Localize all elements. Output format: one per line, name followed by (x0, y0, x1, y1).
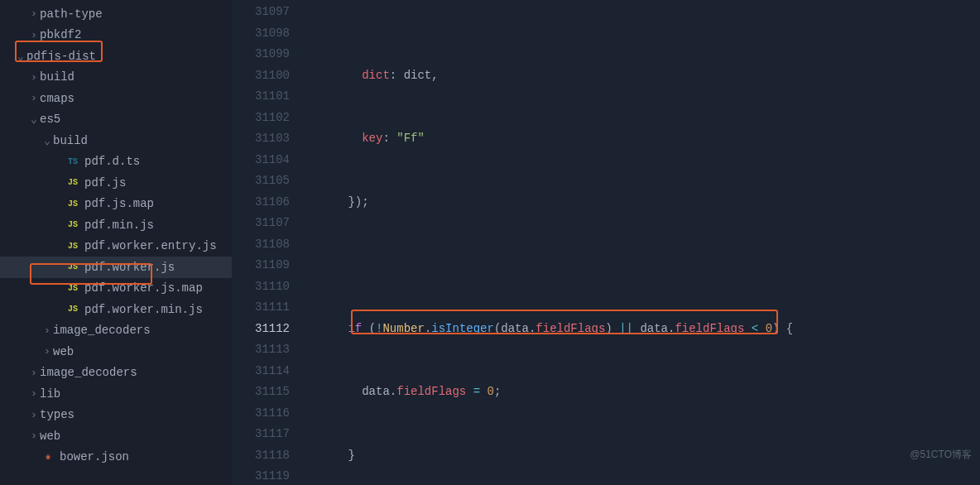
tree-item-path-type[interactable]: ›path-type (0, 3, 232, 25)
line-number: 31106 (232, 192, 290, 214)
line-number: 31110 (232, 276, 290, 298)
tree-item-es5[interactable]: ⌄es5 (0, 109, 232, 131)
tree-item-label: image_decoders (40, 366, 137, 379)
tree-item-label: pdf.js.map (84, 197, 154, 210)
tree-item-label: pdfjs-dist (26, 50, 96, 63)
line-number: 31119 (232, 466, 290, 485)
line-number: 31101 (232, 86, 290, 108)
tree-item-bower-json[interactable]: ❀bower.json (0, 447, 232, 468)
tree-item-pdf-worker-entry-js[interactable]: JSpdf.worker.entry.js (0, 236, 232, 257)
tree-item-label: pdf.worker.min.js (84, 303, 203, 316)
line-number: 31118 (232, 445, 290, 467)
tree-item-pdf-worker-js-map[interactable]: JSpdf.worker.js.map (0, 278, 232, 300)
bower-file-icon: ❀ (40, 452, 56, 462)
tree-item-label: lib (40, 387, 60, 401)
tree-item-image_decoders[interactable]: ›image_decoders (0, 363, 232, 384)
line-number: 31103 (232, 128, 290, 150)
chevron-right-icon: › (28, 7, 40, 20)
tree-item-pbkdf2[interactable]: ›pbkdf2 (0, 25, 232, 46)
chevron-right-icon: › (28, 409, 40, 421)
chevron-right-icon: › (28, 387, 40, 400)
tree-item-pdf-js[interactable]: JSpdf.js (0, 172, 232, 194)
line-number: 31102 (232, 108, 290, 129)
js-file-icon: JS (65, 199, 81, 209)
tree-item-build[interactable]: ›build (0, 67, 232, 89)
code-area[interactable]: dict: dict, key: "Ff" }); if (!Number.is… (306, 0, 980, 485)
code-editor[interactable]: 3109731098310993110031101311023110331104… (232, 0, 980, 485)
tree-item-label: pdf.worker.js (84, 261, 175, 274)
file-explorer[interactable]: ›path-type›pbkdf2⌄pdfjs-dist›build›cmaps… (0, 0, 232, 485)
line-number: 31114 (232, 361, 290, 382)
chevron-right-icon: › (41, 324, 53, 337)
tree-item-pdf-worker-min-js[interactable]: JSpdf.worker.min.js (0, 299, 232, 320)
chevron-right-icon: › (41, 345, 53, 358)
line-number-gutter: 3109731098310993110031101311023110331104… (232, 0, 306, 485)
js-file-icon: JS (65, 220, 81, 229)
tree-item-label: path-type (40, 7, 103, 21)
tree-item-pdf-d-ts[interactable]: TSpdf.d.ts (0, 151, 232, 173)
js-file-icon: JS (65, 178, 81, 187)
tree-item-label: cmaps (40, 92, 74, 105)
chevron-right-icon: › (28, 92, 40, 104)
line-number: 31111 (232, 297, 290, 319)
tree-item-label: bower.json (60, 450, 129, 463)
tree-item-label: types (40, 408, 74, 421)
tree-item-label: pdf.js (84, 176, 126, 190)
line-number: 31117 (232, 424, 290, 445)
line-number: 31115 (232, 382, 290, 403)
line-number: 31100 (232, 65, 290, 87)
line-number: 31108 (232, 234, 290, 256)
watermark: @51CTO博客 (910, 444, 972, 466)
chevron-right-icon: › (28, 367, 40, 379)
tree-item-image_decoders[interactable]: ›image_decoders (0, 320, 232, 342)
tree-item-pdf-min-js[interactable]: JSpdf.min.js (0, 214, 232, 236)
line-number: 31104 (232, 150, 290, 171)
tree-item-pdf-worker-js[interactable]: JSpdf.worker.js (0, 257, 232, 278)
line-number: 31109 (232, 255, 290, 276)
tree-item-pdfjs-dist[interactable]: ⌄pdfjs-dist (0, 46, 232, 67)
line-number: 31112 (232, 319, 290, 340)
line-number: 31099 (232, 44, 290, 65)
chevron-down-icon: ⌄ (15, 50, 26, 63)
tree-item-lib[interactable]: ›lib (0, 383, 232, 405)
tree-item-pdf-js-map[interactable]: JSpdf.js.map (0, 194, 232, 215)
js-file-icon: JS (65, 242, 81, 251)
js-file-icon: JS (65, 305, 81, 314)
tree-item-label: es5 (40, 113, 60, 126)
tree-item-build[interactable]: ⌄build (0, 130, 232, 151)
tree-item-label: build (40, 70, 74, 84)
tree-item-label: pdf.min.js (84, 218, 154, 232)
line-number: 31113 (232, 339, 290, 361)
tree-item-label: pbkdf2 (40, 28, 81, 41)
js-file-icon: JS (65, 262, 81, 271)
chevron-right-icon: › (28, 430, 40, 442)
tree-item-label: web (40, 430, 60, 443)
tree-item-label: pdf.worker.entry.js (84, 239, 217, 252)
tree-item-label: pdf.d.ts (84, 155, 140, 168)
tree-item-cmaps[interactable]: ›cmaps (0, 88, 232, 109)
chevron-right-icon: › (28, 29, 40, 41)
ts-file-icon: TS (65, 157, 81, 166)
tree-item-web[interactable]: ›web (0, 425, 232, 447)
line-number: 31105 (232, 170, 290, 192)
tree-item-types[interactable]: ›types (0, 405, 232, 426)
line-number: 31107 (232, 213, 290, 234)
chevron-down-icon: ⌄ (41, 134, 53, 147)
tree-item-web[interactable]: ›web (0, 341, 232, 363)
tree-item-label: build (53, 134, 88, 147)
line-number: 31097 (232, 2, 290, 23)
line-number: 31116 (232, 403, 290, 425)
line-number: 31098 (232, 23, 290, 45)
chevron-right-icon: › (28, 71, 40, 84)
tree-item-label: web (53, 345, 74, 358)
tree-item-label: image_decoders (53, 324, 151, 337)
tree-item-label: pdf.worker.js.map (84, 281, 203, 295)
js-file-icon: JS (65, 284, 81, 293)
chevron-down-icon: ⌄ (28, 113, 40, 126)
